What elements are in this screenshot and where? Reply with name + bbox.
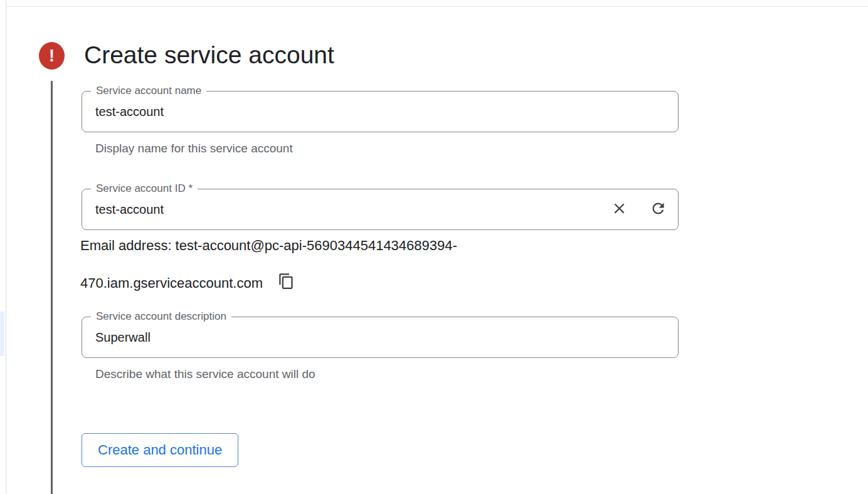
panel-top-border <box>6 6 868 7</box>
error-glyph: ! <box>49 48 55 65</box>
service-account-id-field: Service account ID * <box>82 189 679 230</box>
service-account-name-helper: Display name for this service account <box>95 142 293 155</box>
copy-email-button[interactable] <box>278 273 295 292</box>
error-exclamation-icon: ! <box>39 42 65 70</box>
service-account-id-input[interactable] <box>95 190 585 229</box>
close-icon <box>611 200 628 219</box>
service-account-description-helper: Describe what this service account will … <box>95 367 315 381</box>
stepper-connector-line <box>51 81 53 494</box>
email-address-text: Email address: test-account@pc-api-56903… <box>80 227 457 302</box>
regenerate-id-button[interactable] <box>645 197 670 222</box>
copy-icon <box>278 282 295 292</box>
service-account-name-input[interactable] <box>95 92 660 131</box>
refresh-icon <box>650 200 667 219</box>
left-edge-highlight <box>0 312 4 356</box>
service-account-description-input[interactable] <box>95 318 660 357</box>
email-address-line-1: Email address: test-account@pc-api-56903… <box>80 227 457 265</box>
panel-left-border <box>6 0 6 494</box>
page-title: Create service account <box>84 41 334 69</box>
email-address-line-2: 470.iam.gserviceaccount.com <box>80 275 263 291</box>
service-account-name-field: Service account name <box>82 91 679 132</box>
service-account-description-field: Service account description <box>82 317 679 358</box>
create-and-continue-button[interactable]: Create and continue <box>82 433 238 467</box>
clear-id-button[interactable] <box>606 197 632 222</box>
email-address-line-2-row: 470.iam.gserviceaccount.com <box>80 265 457 302</box>
